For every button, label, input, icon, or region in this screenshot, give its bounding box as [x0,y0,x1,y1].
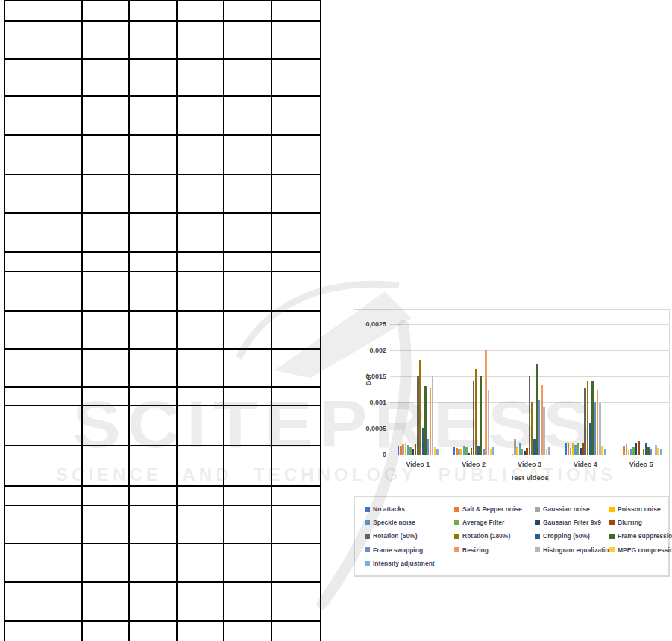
table-cell [272,136,320,175]
table-cell [224,350,272,388]
x-category-label: Video 1 [390,461,446,468]
bar [475,369,477,455]
bar [645,443,647,455]
legend-swatch [454,547,459,552]
legend-swatch [535,520,540,525]
bar [422,428,424,455]
legend-label: Gaussian noise [543,505,590,513]
table-cell [83,22,130,60]
table-cell [272,622,320,641]
table-cell [5,136,83,175]
ber-bar-chart: Ber 00,00050,0010,00150,0020,0025 Video … [354,309,670,577]
table-cell [224,487,272,506]
bar [604,449,606,455]
legend-label: Rotation (50%) [373,532,418,540]
table-cell [178,253,224,272]
legend-label: Speckle noise [373,519,415,526]
y-tick-label: 0 [354,450,386,459]
table-cell [178,583,224,622]
bar [524,451,526,455]
bar [638,441,640,455]
bar [456,448,458,455]
legend-item: Salt & Pepper noise [454,502,535,516]
bar [565,443,567,455]
bar [430,388,432,455]
table-cell [272,544,320,583]
table-cell [83,272,130,312]
table-cell [178,22,224,60]
legend-swatch [609,507,615,512]
bar [480,376,483,455]
bar [514,439,516,455]
table-cell [5,406,83,446]
x-category-label: Video 4 [557,461,613,468]
bar [417,376,419,455]
table-cell [272,350,320,388]
table-cell [224,253,272,272]
table-cell [178,544,224,583]
legend-label: Frame swapping [373,546,423,554]
y-tick-label: 0,001 [354,398,386,407]
legend-label: Frame suppression [618,532,672,540]
bar [597,390,599,455]
table-cell [130,506,178,544]
bar [589,423,591,455]
table-cell [130,388,178,406]
legend-swatch [609,534,615,539]
legend-swatch [365,561,370,566]
table-cell [83,350,130,388]
legend-item: Gaussian Filter 9x9 [535,516,609,529]
bar [587,381,589,455]
bar [402,444,404,455]
legend-item: Histogram equalization [535,543,609,557]
table-cell [5,60,83,97]
bar [582,443,584,455]
bar [626,444,628,455]
table-cell [83,583,130,622]
bar [400,446,402,455]
table-cell [83,622,130,641]
bar [432,376,434,455]
bar [657,448,659,455]
table-cell [224,622,272,641]
table-cell [272,272,320,312]
table-cell [5,388,83,406]
table-cell [5,97,83,136]
bar [577,443,580,455]
legend-swatch [454,534,459,539]
bar-group-video-5 [613,324,669,455]
table-cell [130,136,178,175]
table-cell [224,388,272,406]
bar [483,449,485,455]
table-cell [83,97,130,136]
bar [463,446,465,455]
bar-group-video-1 [390,324,446,455]
bar [546,449,548,455]
table-cell [83,446,130,487]
table-cell [130,487,178,506]
table-cell [83,136,130,175]
table-cell [272,583,320,622]
table-cell [178,350,224,388]
table-cell [5,622,83,641]
bar [460,449,462,455]
table-cell [130,544,178,583]
bar [599,403,601,455]
bar [601,446,603,455]
table-cell [178,97,224,136]
table-cell [224,22,272,60]
legend-label: Average Filter [462,519,504,526]
bar [572,443,574,455]
table-cell [5,214,83,253]
table-cell [272,214,320,253]
bar [628,450,630,455]
table-cell [178,136,224,175]
table-cell [5,583,83,622]
table-cell [5,350,83,388]
legend-item: Blurring [609,516,672,529]
table-cell [224,506,272,544]
bar [492,447,494,455]
legend-item: Frame swapping [365,543,454,557]
legend-label: No attacks [373,505,405,513]
table-cell [5,1,83,22]
